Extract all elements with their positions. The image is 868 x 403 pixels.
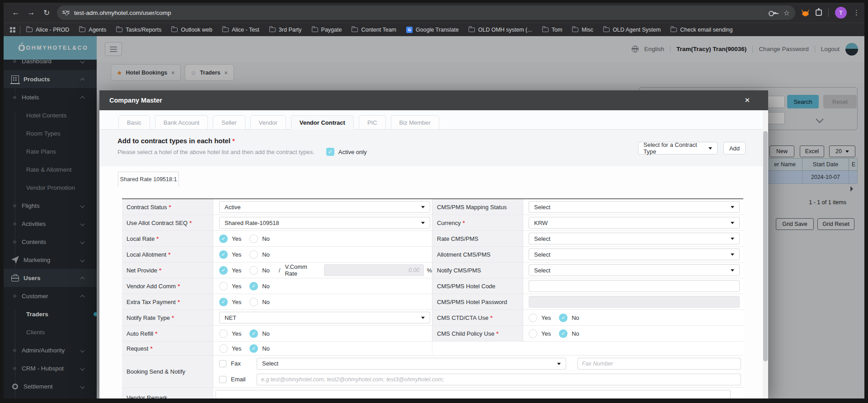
- form-row-net-provide: Net Provide Yes No / V.Comm Rate % Notif…: [122, 262, 743, 278]
- rate-cms-select[interactable]: Select: [529, 233, 740, 244]
- modal-title: Company Master: [109, 97, 162, 104]
- bookmarks-divider: [20, 26, 20, 34]
- bookmark-folder[interactable]: Paygate: [308, 24, 346, 35]
- auto-refill-yes-radio[interactable]: [219, 329, 228, 338]
- forward-icon[interactable]: →: [23, 8, 39, 17]
- field-label: Net Provide: [122, 262, 213, 278]
- field-label: CMS/PMS Hotel Code: [432, 278, 523, 294]
- cms-mapping-status-select[interactable]: Select: [529, 201, 740, 213]
- field-label: CMS/PMS Hotel Password: [432, 294, 523, 309]
- extensions-icon[interactable]: [816, 9, 822, 16]
- cms-ctd-cta-yes-radio[interactable]: [529, 314, 537, 322]
- cms-hotel-password-input[interactable]: [529, 296, 740, 308]
- caret-down-icon: [731, 238, 734, 242]
- net-provide-no-radio[interactable]: [249, 266, 258, 275]
- local-rate-yes-radio[interactable]: [219, 234, 228, 243]
- modal-tab-biz-member[interactable]: Biz Member: [391, 115, 439, 130]
- caret-down-icon: [731, 269, 734, 273]
- required-asterisk: [169, 204, 171, 211]
- modal-tab-bank-account[interactable]: Bank Account: [155, 115, 208, 130]
- modal-tab-vendor-contract[interactable]: Vendor Contract: [291, 115, 354, 130]
- field-label: Notify CMS/PMS: [432, 262, 523, 278]
- bookmark-folder[interactable]: Agents: [75, 24, 110, 35]
- notify-rate-type-select[interactable]: NET: [219, 312, 430, 323]
- contract-type-select[interactable]: Select for a Contract Type: [638, 142, 718, 155]
- form-row-vendor-remark: Vendor Remark: [122, 388, 743, 398]
- currency-select[interactable]: KRW: [529, 217, 740, 229]
- bookmark-folder[interactable]: 3rd Party: [265, 24, 306, 35]
- bookmark-star-icon[interactable]: [784, 9, 790, 17]
- modal-tab-seller[interactable]: Seller: [213, 115, 245, 130]
- form-row-local-rate: Local Rate Yes No Rate CMS/PMS Select: [122, 231, 743, 247]
- notify-cms-select[interactable]: Select: [529, 264, 740, 276]
- cms-child-policy-no-radio[interactable]: [559, 329, 568, 338]
- email-input[interactable]: [257, 374, 741, 385]
- folder-icon: [222, 28, 229, 32]
- field-label: CMS CTD/CTA Use: [432, 310, 523, 325]
- field-label: Auto Refill: [122, 326, 213, 341]
- modal-scrollbar-thumb[interactable]: [763, 131, 768, 361]
- bookmark-folder[interactable]: Tom: [538, 24, 567, 35]
- bookmark-folder[interactable]: Alice - PROD: [22, 24, 73, 35]
- apps-grid-icon[interactable]: [10, 27, 15, 33]
- cms-hotel-code-input[interactable]: [529, 280, 740, 292]
- cms-child-policy-yes-radio[interactable]: [529, 329, 537, 338]
- local-rate-no-radio[interactable]: [249, 234, 258, 243]
- browser-profile-avatar[interactable]: T: [835, 7, 847, 19]
- bookmark-folder[interactable]: Check email sending: [666, 24, 737, 35]
- active-only-label: Active only: [338, 149, 367, 155]
- extra-tax-yes-radio[interactable]: [219, 298, 228, 306]
- bookmark-folder[interactable]: Misc: [568, 24, 597, 35]
- use-allot-contract-seq-select[interactable]: Shared Rate-109518: [219, 217, 430, 229]
- fax-select[interactable]: Select: [257, 358, 566, 370]
- bookmark-folder[interactable]: Content Team: [347, 24, 400, 35]
- modal-tab-pic[interactable]: PIC: [359, 115, 386, 130]
- vendor-add-comm-no-radio[interactable]: [249, 282, 258, 291]
- request-yes-radio[interactable]: [219, 344, 228, 353]
- bookmark-folder[interactable]: OLD Agent System: [599, 24, 665, 35]
- cms-ctd-cta-no-radio[interactable]: [559, 314, 568, 322]
- back-icon[interactable]: ←: [8, 8, 23, 17]
- bookmark-folder[interactable]: Alice - Test: [218, 24, 263, 35]
- auto-refill-no-radio[interactable]: [249, 329, 258, 338]
- vendor-remark-textarea[interactable]: [216, 390, 731, 398]
- vcomm-rate-input[interactable]: [324, 264, 424, 276]
- field-label: Currency: [432, 215, 523, 230]
- site-settings-icon[interactable]: [62, 10, 70, 15]
- url-bar[interactable]: test-adm.ohmyhotel.com/user/comp: [57, 5, 795, 20]
- local-allotment-yes-radio[interactable]: [219, 250, 228, 259]
- modal-tab-vendor[interactable]: Vendor: [250, 115, 286, 130]
- fax-number-input[interactable]: [577, 358, 741, 370]
- reload-icon[interactable]: ↻: [39, 8, 54, 18]
- local-allotment-no-radio[interactable]: [249, 250, 258, 259]
- browser-menu-icon[interactable]: ⋮: [853, 9, 860, 17]
- request-no-radio[interactable]: [249, 344, 258, 353]
- bookmark-folder[interactable]: Tasks/Reports: [112, 24, 165, 35]
- bookmark-google-translate[interactable]: GGoogle Translate: [402, 24, 463, 35]
- fax-checkbox[interactable]: [219, 360, 226, 367]
- contract-heading-section: Add to contract types in each hotel Plea…: [99, 130, 768, 166]
- bookmark-folder[interactable]: Outlook web: [167, 24, 216, 35]
- url-text[interactable]: test-adm.ohmyhotel.com/user/comp: [74, 9, 769, 16]
- fox-extension-icon[interactable]: [802, 9, 809, 16]
- email-checkbox[interactable]: [219, 376, 226, 383]
- modal-close-icon[interactable]: [744, 96, 750, 104]
- add-button[interactable]: Add: [723, 142, 746, 155]
- net-provide-yes-radio[interactable]: [219, 266, 228, 275]
- shared-rate-subtab[interactable]: Shared Rate 109518:1: [118, 172, 179, 187]
- folder-icon: [269, 28, 276, 32]
- bookmark-folder[interactable]: OLD OMH system (...: [464, 24, 536, 35]
- caret-down-icon: [731, 222, 734, 226]
- password-key-icon[interactable]: [769, 11, 776, 15]
- fax-label: Fax: [231, 360, 257, 367]
- caret-down-icon: [421, 222, 425, 226]
- modal-tab-basic[interactable]: Basic: [118, 115, 150, 130]
- caret-down-icon: [557, 363, 561, 367]
- extra-tax-no-radio[interactable]: [249, 298, 258, 306]
- caret-down-icon: [731, 253, 734, 258]
- contract-status-select[interactable]: Active: [219, 201, 430, 213]
- vendor-add-comm-yes-radio[interactable]: [219, 282, 228, 291]
- active-only-checkbox[interactable]: [326, 148, 334, 156]
- required-asterisk: [232, 137, 235, 145]
- allotment-cms-select[interactable]: Select: [529, 248, 740, 260]
